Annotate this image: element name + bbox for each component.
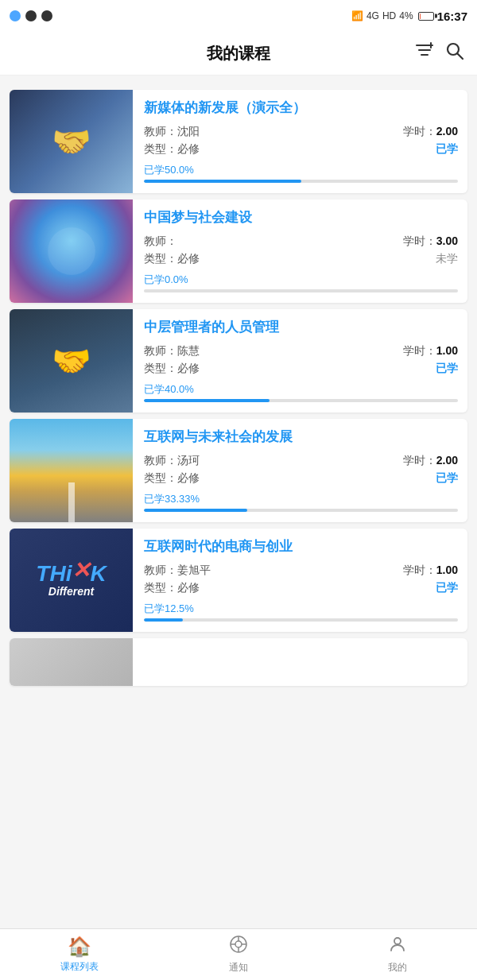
status-dot-3	[41, 10, 52, 21]
course-meta-teacher-hours: 教师： 学时：3.00	[144, 234, 458, 249]
course-title: 中层管理者的人员管理	[144, 319, 458, 336]
search-icon[interactable]	[445, 41, 464, 65]
progress-bar-bg	[144, 289, 458, 292]
progress-text: 已学50.0%	[144, 163, 458, 177]
progress-bar-fill	[144, 509, 247, 512]
progress-bar-fill	[144, 618, 183, 622]
type-label: 类型：必修	[144, 252, 200, 266]
svg-point-8	[235, 941, 242, 947]
course-meta-type-status: 类型：必修 已学	[144, 362, 458, 376]
status-badge: 未学	[436, 252, 458, 266]
course-card[interactable]: 中层管理者的人员管理 教师：陈慧 学时：1.00 类型：必修 已学 已学40.0…	[10, 309, 467, 413]
header: 我的课程	[0, 32, 477, 76]
course-meta-type-status: 类型：必修 已学	[144, 142, 458, 157]
course-info: 新媒体的新发展（演示全） 教师：沈阳 学时：2.00 类型：必修 已学 已学50…	[133, 90, 467, 193]
progress-section: 已学0.0%	[144, 273, 458, 292]
status-bar: 📶 4G HD 4% 16:37	[0, 0, 477, 32]
nav-label-notify: 通知	[229, 961, 248, 974]
progress-section: 已学12.5%	[144, 602, 458, 622]
nav-item-mine[interactable]: 我的	[318, 929, 477, 980]
course-card[interactable]: THi✕KDifferent互联网时代的电商与创业 教师：姜旭平 学时：1.00…	[10, 529, 467, 632]
header-actions	[415, 41, 464, 65]
user-icon	[388, 935, 407, 959]
type-label: 类型：必修	[144, 362, 200, 376]
progress-section: 已学50.0%	[144, 163, 458, 183]
course-card[interactable]	[10, 638, 467, 686]
status-badge: 已学	[436, 471, 458, 486]
progress-section: 已学40.0%	[144, 382, 458, 402]
course-thumb	[10, 309, 133, 413]
hours-display: 学时：1.00	[403, 344, 458, 358]
progress-section: 已学33.33%	[144, 492, 458, 512]
course-title: 互联网与未来社会的发展	[144, 428, 458, 446]
course-title: 中国梦与社会建设	[144, 209, 458, 227]
svg-line-6	[458, 54, 463, 60]
course-card[interactable]: 新媒体的新发展（演示全） 教师：沈阳 学时：2.00 类型：必修 已学 已学50…	[10, 90, 467, 193]
status-left	[10, 10, 52, 21]
teacher-label: 教师：沈阳	[144, 125, 200, 139]
teacher-label: 教师：汤珂	[144, 454, 200, 468]
battery-icon	[418, 12, 434, 21]
teacher-label: 教师：	[144, 234, 177, 249]
bottom-nav: 🏠 课程列表 通知 我的	[0, 928, 477, 980]
course-meta-type-status: 类型：必修 已学	[144, 471, 458, 486]
status-dot-1	[10, 10, 21, 21]
course-list: 新媒体的新发展（演示全） 教师：沈阳 学时：2.00 类型：必修 已学 已学50…	[0, 76, 477, 700]
nav-label-courses: 课程列表	[60, 960, 99, 974]
course-thumb	[10, 419, 133, 522]
progress-text: 已学33.33%	[144, 492, 458, 506]
course-info: 互联网时代的电商与创业 教师：姜旭平 学时：1.00 类型：必修 已学 已学12…	[133, 529, 467, 632]
teacher-label: 教师：姜旭平	[144, 564, 211, 578]
progress-text: 已学40.0%	[144, 382, 458, 397]
course-thumb	[10, 199, 133, 303]
progress-bar-bg	[144, 618, 458, 622]
course-meta-teacher-hours: 教师：沈阳 学时：2.00	[144, 125, 458, 139]
page-title: 我的课程	[207, 43, 270, 64]
progress-bar-bg	[144, 180, 458, 183]
course-info: 中国梦与社会建设 教师： 学时：3.00 类型：必修 未学 已学0.0%	[133, 199, 467, 303]
course-title: 互联网时代的电商与创业	[144, 538, 458, 556]
nav-label-mine: 我的	[388, 961, 407, 974]
course-thumb	[10, 90, 133, 193]
progress-text: 已学12.5%	[144, 602, 458, 616]
status-right: 📶 4G HD 4% 16:37	[351, 10, 467, 23]
hours-display: 学时：3.00	[403, 234, 458, 249]
svg-point-13	[394, 938, 401, 944]
course-card[interactable]: 互联网与未来社会的发展 教师：汤珂 学时：2.00 类型：必修 已学 已学33.…	[10, 419, 467, 522]
hours-display: 学时：2.00	[403, 125, 458, 139]
hours-display: 学时：2.00	[403, 454, 458, 468]
course-meta-teacher-hours: 教师：汤珂 学时：2.00	[144, 454, 458, 468]
teacher-label: 教师：陈慧	[144, 344, 200, 358]
progress-bar-bg	[144, 399, 458, 402]
progress-bar-fill	[144, 180, 301, 183]
course-thumb: THi✕KDifferent	[10, 529, 133, 632]
progress-text: 已学0.0%	[144, 273, 458, 287]
status-badge: 已学	[436, 581, 458, 595]
course-meta-type-status: 类型：必修 未学	[144, 252, 458, 266]
bluetooth-icon: 📶	[351, 10, 363, 21]
type-label: 类型：必修	[144, 581, 200, 595]
nav-item-notify[interactable]: 通知	[159, 929, 318, 980]
course-meta-teacher-hours: 教师：陈慧 学时：1.00	[144, 344, 458, 358]
course-thumb	[10, 638, 133, 686]
nav-item-courses[interactable]: 🏠 课程列表	[0, 929, 159, 980]
status-time: 16:37	[437, 10, 467, 23]
home-icon: 🏠	[68, 935, 91, 958]
course-meta-teacher-hours: 教师：姜旭平 学时：1.00	[144, 564, 458, 578]
progress-bar-bg	[144, 509, 458, 512]
hd-label: HD	[382, 10, 396, 21]
battery-label: 4%	[399, 10, 413, 21]
type-label: 类型：必修	[144, 471, 200, 486]
course-meta-type-status: 类型：必修 已学	[144, 581, 458, 595]
course-info: 中层管理者的人员管理 教师：陈慧 学时：1.00 类型：必修 已学 已学40.0…	[133, 309, 467, 413]
filter-icon[interactable]	[415, 42, 434, 64]
notify-icon	[229, 935, 248, 959]
progress-bar-fill	[144, 399, 270, 402]
status-badge: 已学	[436, 142, 458, 157]
status-dot-2	[25, 10, 37, 21]
network-label: 4G	[366, 10, 379, 21]
course-info: 互联网与未来社会的发展 教师：汤珂 学时：2.00 类型：必修 已学 已学33.…	[133, 419, 467, 522]
course-card[interactable]: 中国梦与社会建设 教师： 学时：3.00 类型：必修 未学 已学0.0%	[10, 199, 467, 303]
status-badge: 已学	[436, 362, 458, 376]
hours-display: 学时：1.00	[403, 564, 458, 578]
